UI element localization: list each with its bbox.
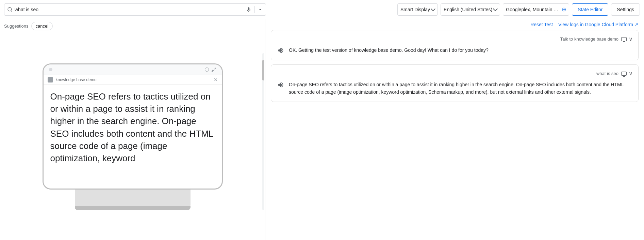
conversation-area: Talk to knowledge base demo ∨ OK. Gettin… (265, 30, 644, 240)
top-bar-right: Smart Display English (United States) Go… (397, 3, 640, 16)
expand-icon[interactable] (258, 7, 263, 12)
top-bar: Smart Display English (United States) Go… (0, 0, 644, 19)
conv-message-1: Talk to knowledge base demo ∨ OK. Gettin… (271, 30, 639, 60)
collapse-icon-2[interactable]: ∨ (629, 70, 633, 77)
conv-message-2-text: On-page SEO refers to tactics utilized o… (289, 81, 633, 96)
device-close-btn[interactable]: ✕ (214, 77, 218, 82)
search-section (4, 3, 266, 16)
conv-message-2: what is seo ∨ On-page SEO refers to tact… (271, 64, 639, 102)
external-link-icon: ↗ (634, 22, 639, 27)
right-top-actions: Reset Test View logs in Google Cloud Pla… (265, 19, 644, 30)
suggestions-bar: Suggestions cancel (0, 19, 265, 33)
conv-message-2-icons: ∨ (621, 70, 633, 77)
language-chevron (493, 6, 498, 11)
device-controls-left (49, 68, 52, 71)
device-type-select-wrap[interactable]: Smart Display (397, 3, 438, 16)
monitor-icon[interactable] (621, 37, 627, 41)
search-right-icons (246, 6, 263, 13)
device-content-bar: knowledge base demo ✕ (44, 75, 222, 85)
left-panel: Suggestions cancel (0, 19, 265, 240)
device-top-bar (44, 64, 222, 75)
left-scroll-thumb (262, 60, 264, 80)
monitor-icon-2[interactable] (621, 72, 627, 76)
right-panel: Reset Test View logs in Google Cloud Pla… (265, 19, 644, 240)
device-type-label: Smart Display (400, 7, 430, 12)
language-label: English (United States) (444, 7, 492, 12)
speaker-icon-1[interactable] (277, 46, 285, 55)
conv-message-2-body: On-page SEO refers to tactics utilized o… (277, 81, 633, 96)
state-editor-button[interactable]: State Editor (572, 3, 608, 16)
conv-message-1-icons: ∨ (621, 36, 633, 42)
left-scrollbar[interactable] (262, 53, 264, 210)
location-wrap[interactable]: Googleplex, Mountain View, CA ... ⊕ (503, 3, 569, 16)
speaker-icon-2[interactable] (277, 81, 285, 89)
conv-message-1-body: OK. Getting the test version of knowledg… (277, 46, 633, 55)
device-area: knowledge base demo ✕ On-page SEO refers… (0, 33, 265, 240)
settings-button[interactable]: Settings (611, 3, 640, 16)
view-logs-text: View logs in Google Cloud Platform (558, 22, 633, 27)
suggestions-content: cancel (31, 22, 53, 30)
main-layout: Suggestions cancel (0, 19, 644, 240)
device-seo-text: On-page SEO refers to tactics utilized o… (50, 90, 215, 165)
search-input[interactable] (15, 7, 244, 12)
cancel-chip[interactable]: cancel (31, 22, 53, 30)
language-select-wrap[interactable]: English (United States) (441, 3, 500, 16)
device-controls-right (205, 67, 216, 72)
device-main-content: On-page SEO refers to tactics utilized o… (44, 85, 222, 189)
conv-message-2-title: what is seo (596, 71, 618, 76)
device-dot-1 (49, 68, 52, 71)
device-app-name: knowledge base demo (56, 77, 97, 82)
conv-message-1-text: OK. Getting the test version of knowledg… (289, 46, 489, 54)
device-stand (75, 190, 191, 210)
reset-test-link[interactable]: Reset Test (530, 22, 553, 27)
device-expand-icon (212, 67, 216, 72)
collapse-icon-1[interactable]: ∨ (629, 36, 633, 42)
location-text: Googleplex, Mountain View, CA ... (506, 7, 560, 12)
divider (254, 6, 255, 13)
conv-message-1-header: Talk to knowledge base demo ∨ (277, 36, 633, 42)
view-logs-link[interactable]: View logs in Google Cloud Platform ↗ (558, 22, 639, 27)
svg-line-1 (11, 11, 12, 12)
search-icon (7, 7, 13, 12)
svg-point-0 (8, 7, 12, 11)
location-pin-icon: ⊕ (562, 6, 566, 13)
mic-icon[interactable] (246, 6, 252, 13)
suggestions-label: Suggestions (4, 24, 29, 29)
conv-message-1-title: Talk to knowledge base demo (560, 36, 618, 42)
device-type-chevron (431, 6, 435, 11)
device-app-icon (48, 77, 53, 82)
device-circle (205, 68, 209, 72)
conv-message-2-header: what is seo ∨ (277, 70, 633, 77)
smart-display-device: knowledge base demo ✕ On-page SEO refers… (43, 63, 223, 190)
